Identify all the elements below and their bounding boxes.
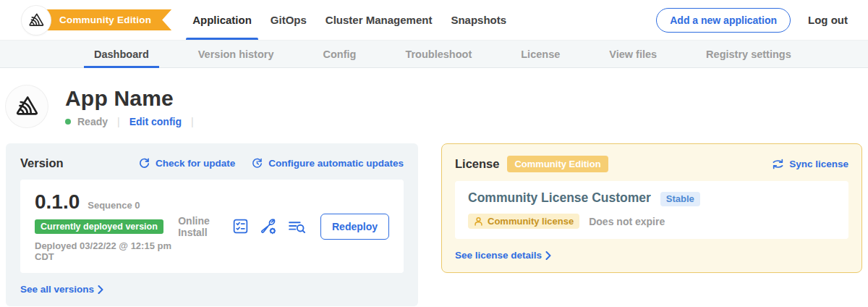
sync-arrows-icon [772,159,784,169]
app-logo-icon [13,93,41,120]
edition-badge: Community Edition [507,156,608,172]
divider: | [117,116,120,127]
tab-cluster-management[interactable]: Cluster Management [316,0,442,40]
app-subnav: Dashboard Version history Config Trouble… [0,41,868,68]
configure-automatic-updates-link[interactable]: Configure automatic updates [251,157,404,169]
subnav-version-history[interactable]: Version history [188,41,284,67]
top-navbar: Community Edition Application GitOps Clu… [0,0,868,41]
license-card-title: License [455,157,499,171]
tab-gitops[interactable]: GitOps [261,0,316,40]
sync-license-link[interactable]: Sync license [772,159,848,169]
person-icon [474,216,483,227]
dashboard-cards: Version Check for update [0,132,868,306]
version-card: Version Check for update [6,143,418,306]
refresh-icon [138,157,150,169]
app-avatar [6,85,48,127]
see-license-details-link[interactable]: See license details [455,250,542,261]
subnav-troubleshoot[interactable]: Troubleshoot [395,41,482,67]
page-title: App Name [65,86,197,111]
add-new-application-button[interactable]: Add a new application [656,8,791,33]
currently-deployed-badge: Currently deployed version [35,219,163,234]
license-card: License Community Edition Sync license C… [441,143,862,273]
logout-button[interactable]: Log out [808,14,848,26]
chevron-right-icon [98,285,103,294]
subnav-dashboard[interactable]: Dashboard [84,41,159,67]
license-type-badge: Community license [468,214,579,229]
status-text: Ready [77,116,108,127]
subnav-registry-settings[interactable]: Registry settings [696,41,801,67]
preflight-checklist-icon[interactable] [231,217,250,235]
subnav-config[interactable]: Config [313,41,367,67]
tab-snapshots[interactable]: Snapshots [441,0,516,40]
replicated-logo-icon [27,11,46,30]
app-header: App Name Ready | Edit config | [0,68,868,132]
divider: | [191,116,194,127]
sequence-label: Sequence 0 [88,200,140,211]
config-wrench-icon[interactable] [259,217,278,236]
topbar-actions: Add a new application Log out [656,0,848,40]
edit-config-link[interactable]: Edit config [129,116,182,127]
primary-nav: Application GitOps Cluster Management Sn… [183,0,516,40]
brand: Community Edition [22,0,171,40]
replicated-logo-badge [22,6,51,35]
version-card-title: Version [20,156,64,170]
version-number: 0.1.0 [35,190,80,214]
customer-name: Community License Customer [468,190,651,206]
see-all-versions-link[interactable]: See all versions [20,284,94,295]
deploy-logs-icon[interactable] [287,217,307,235]
subnav-view-files[interactable]: View files [599,41,667,67]
deployed-timestamp: Deployed 03/22/22 @ 12:15 pm CDT [35,240,178,262]
license-details-panel: Community License Customer Stable Commun… [455,181,848,239]
tab-application[interactable]: Application [183,0,261,40]
subnav-license[interactable]: License [511,41,570,67]
expiry-text: Does not expire [589,216,665,227]
redeploy-button[interactable]: Redeploy [320,214,389,240]
channel-badge: Stable [660,192,700,206]
install-type-label: Online Install [178,215,219,238]
chevron-right-icon [545,251,551,260]
community-edition-ribbon: Community Edition [36,9,171,30]
current-version-panel: 0.1.0 Sequence 0 Currently deployed vers… [20,180,404,273]
auto-update-clock-icon [251,157,263,169]
status-dot [65,119,71,125]
check-for-update-link[interactable]: Check for update [138,157,235,169]
